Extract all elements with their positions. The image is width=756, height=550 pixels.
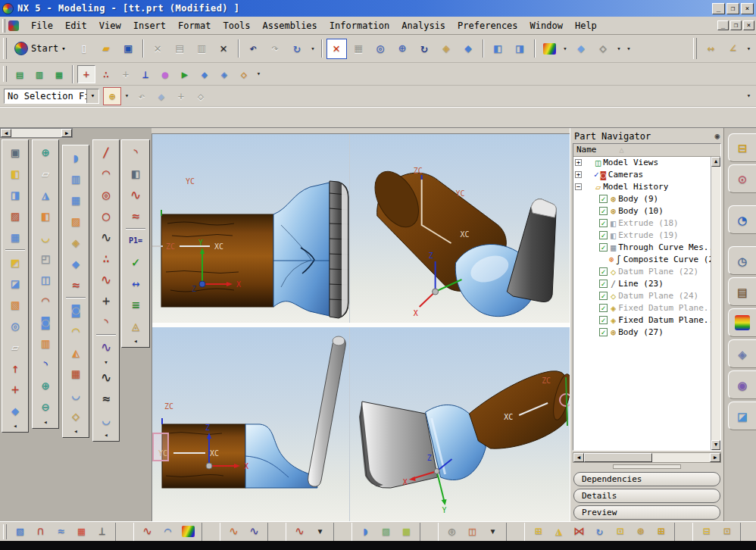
region-subtract-icon[interactable]: ⊖ [34,396,57,417]
zoom-disabled-icon[interactable]: ▦ [348,39,369,59]
tree-item[interactable]: − ▱ Model History [573,181,711,193]
tree-item[interactable]: ✓ ◈ Fixed Datum Plane... [573,302,711,314]
spline-icon[interactable]: ∿ [95,227,117,248]
view-top-left[interactable]: YC ZC XC Y [152,134,349,323]
spline-poles-icon[interactable]: ∿ [95,336,117,358]
toolbar-options-arrow-icon[interactable]: ▾ [255,65,263,83]
feature-checkbox[interactable]: ✓ [599,328,608,336]
expand-toggle-icon[interactable]: − [575,183,582,190]
flange-icon[interactable]: ◠ [64,320,87,342]
collapsed-panel-button[interactable]: Details [573,489,720,503]
menu-item[interactable]: Tools [217,18,256,33]
shaded-block-icon[interactable]: ◧ [34,205,57,227]
scroll-up-icon[interactable]: ▲ [711,157,720,167]
column-more-arrow-icon[interactable]: ◂ [95,430,117,439]
hook-curve-icon[interactable]: ∿ [95,367,117,388]
node-curve-icon[interactable]: ∿ [95,269,117,290]
paste-icon[interactable]: ▥ [192,39,212,59]
dropdown-arrow-icon[interactable]: ▾ [561,39,570,59]
edit-work-section-icon[interactable]: ◧ [488,39,508,59]
separator[interactable] [333,523,352,541]
extrude-box-icon[interactable]: ◇ [64,405,87,427]
separator[interactable] [740,523,756,541]
extrude-pyramid-icon[interactable]: ◮ [34,184,57,205]
scroll-left-icon[interactable]: ◀ [573,453,584,462]
emboss-icon[interactable]: ◭ [64,342,87,363]
measure-distance-tool-icon[interactable]: ↔ [124,273,147,294]
bounded-plane-icon[interactable]: ▱ [4,336,27,358]
tab-gap[interactable] [728,195,756,203]
curtain-surface-icon[interactable]: ◫ [34,269,57,290]
grid-analysis-icon[interactable]: ▦ [72,523,91,541]
start-button[interactable]: Start ▾ [10,40,70,57]
csys-tool-icon[interactable]: + [4,379,27,400]
scroll-right-icon[interactable]: ▶ [710,453,720,462]
tree-item[interactable]: ✓ ◧ Extrude (19) [573,230,711,242]
web-browser-tab[interactable]: ◔ [728,205,756,234]
point-cluster-icon[interactable]: ∴ [95,248,117,269]
toolbar-options-arrow-icon[interactable]: ▾ [625,39,633,59]
separator[interactable] [267,523,286,541]
separator[interactable] [674,523,693,541]
hook-curve2-icon[interactable]: ≈ [95,388,117,409]
styled-sweep-icon[interactable]: ◆ [64,253,87,274]
menu-item[interactable]: Format [172,18,217,33]
child-minimize-button[interactable]: _ [717,20,729,30]
refresh-view-icon[interactable]: ↻ [287,39,308,59]
datum-plane-tool-icon[interactable]: ◧ [4,163,27,184]
document-icon[interactable] [8,20,19,31]
dropdown-arrow-icon[interactable]: ▾ [95,358,117,367]
notes-tab[interactable]: ▤ [728,277,756,306]
tree-item[interactable]: ✓ ◇ Datum Plane (24) [573,290,711,302]
separator[interactable] [321,39,323,58]
circle-chain-icon[interactable]: ◎ [95,184,117,205]
csys-icon[interactable]: + [117,65,135,83]
column-more-arrow-icon[interactable]: ◂ [64,427,87,436]
grid-sheet-icon[interactable]: ▦ [64,363,87,384]
reflection-analysis-icon[interactable]: ∩ [31,523,50,541]
rendering-style-icon[interactable] [539,39,560,59]
through-mesh-icon[interactable]: ▦ [4,227,27,248]
unite-region-icon[interactable]: ⊕ [34,142,57,163]
shaded-view-icon[interactable]: ◆ [571,39,592,59]
tree-item[interactable]: ✓ ∕ Line (23) [573,278,711,290]
tree-item[interactable]: + ✓ ◙ Cameras [573,169,711,181]
trimmed-sheet-icon[interactable]: ◨ [4,184,27,205]
separator[interactable] [142,39,144,58]
tree-item[interactable]: ✓ ◇ Datum Plane (22) [573,266,711,278]
tree-item[interactable]: ⊛ ∫ Composite Curve (21) [573,254,711,266]
layer-category-icon[interactable]: ▦ [50,65,68,83]
menu-item[interactable]: Window [524,18,569,33]
transform-icon[interactable]: ▧ [4,294,27,315]
dropdown-arrow-icon[interactable]: ▾ [123,87,131,105]
save-icon[interactable]: ▣ [118,39,139,59]
separator[interactable] [483,39,484,58]
wire-box-icon[interactable]: ◈ [64,232,87,253]
toolbar-grip[interactable] [3,66,7,83]
point-dialog-icon[interactable]: ∴ [97,65,115,83]
curvature-comb-icon[interactable]: ≈ [124,205,147,227]
menu-item[interactable]: Information [323,18,395,33]
highlight-lines-icon[interactable]: ▩ [397,523,416,541]
toolbar-grip[interactable] [693,38,697,58]
scroll-right-icon[interactable]: ▶ [61,129,72,137]
redo-icon[interactable]: ↷ [265,39,286,59]
mesh-surface-icon[interactable]: ▦ [64,189,87,211]
hole-block-icon[interactable]: ◙ [34,311,57,333]
feature-checkbox[interactable]: ✓ [599,243,608,252]
expression-icon[interactable]: P1= [124,230,147,252]
pin-icon[interactable]: ◉ [714,131,720,141]
ribbon-icon[interactable]: ≈ [64,274,87,295]
child-close-button[interactable]: × [743,20,754,30]
view-bottom-right[interactable]: XC ZC X [349,327,570,521]
wireframe-view-icon[interactable]: ◇ [593,39,614,59]
separator[interactable] [420,523,439,541]
plus-points-icon[interactable]: + [95,290,117,311]
toolbar-grip[interactable] [3,524,7,539]
crosshair-icon[interactable]: + [172,87,190,105]
ruled-surface-icon[interactable]: ◩ [4,252,27,273]
sketch-region-icon[interactable]: ◧ [124,163,147,184]
expand-toggle-icon[interactable]: + [575,159,582,166]
restore-button[interactable]: ❐ [726,3,739,14]
arc-icon[interactable]: ◠ [95,163,117,184]
